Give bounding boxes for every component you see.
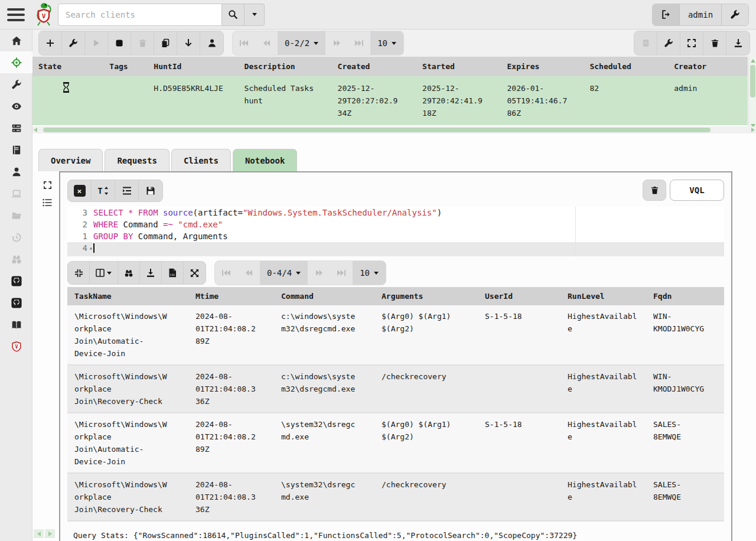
col-fqdn[interactable]: Fqdn [646, 287, 724, 305]
stop-hunt-button[interactable] [108, 31, 131, 55]
cell-text-size-button[interactable]: T [92, 180, 115, 201]
table-row[interactable]: \Microsoft\Windows\Workplace Join\Automa… [67, 305, 724, 365]
col-description[interactable]: Description [239, 57, 332, 76]
sidebar-item-hunts[interactable] [0, 51, 32, 73]
sidebar-item-artifacts[interactable] [0, 73, 32, 95]
cell-save-button[interactable] [139, 180, 162, 201]
modify-hunt-button[interactable] [62, 31, 85, 55]
history-icon [11, 232, 22, 243]
vql-editor[interactable]: 3 SELECT * FROM source(artifact="Windows… [67, 207, 724, 256]
col-mtime[interactable]: Mtime [188, 287, 274, 305]
hunt-created: 2025-12-29T20:27:02.934Z [332, 76, 416, 125]
tab-notebook[interactable]: Notebook [233, 149, 297, 171]
search-input[interactable] [58, 4, 222, 26]
sidebar-item-vfs[interactable] [0, 204, 32, 226]
search-icon [228, 9, 238, 19]
hunt-page-range-dropdown[interactable]: 0-2/2 [278, 31, 325, 55]
user-settings-button[interactable] [721, 4, 748, 25]
sidebar-item-notebooks[interactable] [0, 139, 32, 161]
results-page-range-dropdown[interactable]: 0-4/4 [260, 261, 308, 285]
sidebar-item-server-artifacts[interactable] [0, 117, 32, 139]
hunt-delete-button[interactable] [703, 31, 726, 55]
col-runlevel[interactable]: RunLevel [561, 287, 646, 305]
search-options-button[interactable] [245, 4, 265, 26]
sidebar-item-velociraptor-site[interactable]: V [0, 335, 32, 357]
hunt-fullscreen-button[interactable] [680, 31, 703, 55]
hunt-horizontal-scrollbar[interactable] [32, 126, 756, 133]
hunt-vertical-scrollbar[interactable] [748, 57, 756, 130]
expand-table-button[interactable] [184, 262, 206, 284]
next-page-button [308, 261, 330, 285]
hunt-page-size-dropdown[interactable]: 10 [370, 31, 403, 55]
hunt-user-button[interactable] [200, 31, 223, 55]
journal-icon [641, 38, 650, 48]
cell-delete-button[interactable] [643, 180, 666, 201]
export-csv-button[interactable]: CSV [162, 262, 184, 284]
last-page-icon [354, 40, 364, 47]
sidebar-item-home[interactable] [0, 30, 32, 51]
tab-requests[interactable]: Requests [105, 149, 169, 171]
cell-reformat-button[interactable] [115, 180, 139, 201]
hunt-description: Scheduled Tasks hunt [239, 76, 332, 125]
sidebar-item-server-events[interactable] [0, 95, 32, 117]
delete-hunt-button [131, 31, 154, 55]
col-huntid[interactable]: HuntId [148, 57, 238, 76]
table-row[interactable]: \Microsoft\Windows\Workplace Join\Recove… [67, 473, 724, 521]
velociraptor-app: V admin [0, 0, 756, 541]
first-page-button [233, 31, 255, 55]
col-started[interactable]: Started [416, 57, 501, 76]
col-expires[interactable]: Expires [501, 57, 584, 76]
notebook-fullscreen-button[interactable] [32, 176, 59, 194]
col-userid[interactable]: UserId [478, 287, 561, 305]
filter-rows-button[interactable] [118, 262, 140, 284]
col-created[interactable]: Created [332, 57, 416, 76]
query-stats: Query Stats: {"RowsScanned":18614,"Plugi… [73, 531, 724, 540]
hunt-modify-button[interactable] [657, 31, 680, 55]
col-scheduled[interactable]: Scheduled [584, 57, 668, 76]
results-page-size-dropdown[interactable]: 10 [353, 261, 386, 285]
tab-clients[interactable]: Clients [171, 149, 231, 171]
notebook-side-controls [32, 171, 59, 541]
cell-type-button[interactable]: VQL [670, 180, 724, 201]
text-cursor [93, 243, 94, 253]
notebook-toc-button[interactable] [32, 194, 59, 211]
menu-toggle-icon[interactable] [4, 3, 30, 27]
download-hunt-button[interactable] [177, 31, 200, 55]
hunt-export-button[interactable] [726, 31, 750, 55]
results-toolbar: CSV [67, 260, 724, 286]
notebook-horizontal-scroll[interactable] [34, 529, 55, 538]
table-row[interactable]: \Microsoft\Windows\Workplace Join\Automa… [67, 413, 724, 473]
table-row[interactable]: \Microsoft\Windows\Workplace Join\Recove… [67, 365, 724, 413]
col-state[interactable]: State [32, 57, 103, 76]
copy-hunt-button[interactable] [154, 31, 177, 55]
sidebar-item-docs[interactable] [0, 314, 32, 335]
download-json-button[interactable] [140, 262, 162, 284]
sidebar-item-client-host[interactable] [0, 182, 32, 204]
column-selector-button[interactable] [90, 262, 118, 284]
col-command[interactable]: Command [274, 287, 374, 305]
col-arguments[interactable]: Arguments [374, 287, 478, 305]
collapse-output-button[interactable] [68, 262, 90, 284]
new-hunt-button[interactable] [39, 31, 62, 55]
person-icon [207, 38, 217, 48]
col-creator[interactable]: Creator [668, 57, 748, 76]
cell-cancel-button[interactable]: × [68, 180, 92, 201]
copy-icon [161, 38, 170, 48]
logout-button[interactable] [653, 4, 680, 25]
sidebar-item-github-issues[interactable] [0, 292, 32, 314]
wrench-icon [11, 79, 22, 90]
sidebar-item-github-repo[interactable] [0, 270, 32, 292]
csv-file-icon: CSV [168, 268, 177, 278]
search-button[interactable] [222, 4, 245, 26]
sidebar-item-collected[interactable] [0, 226, 32, 248]
sidebar-item-search[interactable] [0, 248, 32, 270]
trash-icon [650, 185, 659, 195]
svg-text:V: V [42, 12, 46, 20]
hunt-creator: admin [668, 76, 748, 125]
hunt-pagination: 0-2/2 10 [232, 31, 404, 56]
hunt-table-row-selected[interactable]: H.D59E85KRL4LJE Scheduled Tasks hunt 202… [32, 76, 748, 125]
tab-overview[interactable]: Overview [38, 149, 103, 171]
sidebar-item-users[interactable] [0, 161, 32, 182]
col-tags[interactable]: Tags [103, 57, 148, 76]
col-taskname[interactable]: TaskName [67, 287, 188, 305]
